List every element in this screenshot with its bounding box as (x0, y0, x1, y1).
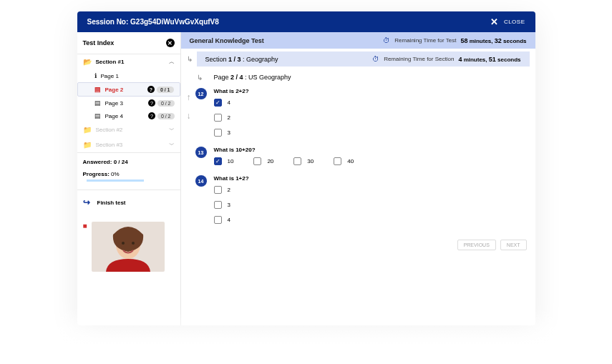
info-icon: ℹ (94, 72, 97, 79)
checkbox[interactable] (214, 129, 222, 137)
close-button[interactable]: CLOSE (504, 19, 525, 25)
test-timer-label: Remaining Time for Test (394, 37, 456, 44)
clock-icon: ⏱ (372, 55, 379, 63)
progress-bar (87, 179, 144, 182)
folder-icon: 📁 (83, 141, 92, 149)
option-label: 3 (228, 202, 230, 208)
test-timer-value: 58 minutes, 32 seconds (460, 37, 526, 44)
section-breadcrumb: Section 1 / 3 : Geography (205, 56, 278, 63)
question-title: What is 2+2? (214, 88, 527, 94)
svg-point-3 (132, 242, 135, 245)
checkbox[interactable] (214, 186, 222, 194)
section-row-2[interactable]: 📁 Section #2 ﹀ (77, 122, 180, 137)
page-row-4[interactable]: ▤ Page 4 ?0 / 2 (77, 109, 180, 122)
collapse-sidebar-icon[interactable]: ✕ (166, 39, 175, 47)
answer-option[interactable]: 40 (334, 157, 354, 165)
section-row-1[interactable]: 📂 Section #1 ︿ (77, 54, 180, 69)
answer-option[interactable]: 2 (214, 114, 527, 122)
question-block: 12What is 2+2?423 (195, 88, 527, 137)
question-block: 14What is 1+2?234 (195, 175, 527, 224)
option-label: 40 (347, 158, 354, 164)
checkbox[interactable] (293, 157, 301, 165)
progress-label: Progress: (83, 171, 110, 177)
option-label: 10 (228, 158, 234, 164)
indent-icon: ↳ (197, 74, 203, 82)
answer-option[interactable]: 20 (253, 157, 273, 165)
help-icon: ? (148, 99, 155, 107)
question-number: 14 (195, 175, 207, 187)
chevron-up-icon[interactable]: ︿ (169, 58, 175, 66)
finish-test-button[interactable]: ↪ Finish test (77, 190, 180, 215)
page-label: Page 1 (101, 73, 119, 79)
section-timer-value: 4 minutes, 51 seconds (458, 56, 520, 63)
document-icon: ▤ (94, 99, 101, 107)
answer-option[interactable]: 10 (214, 157, 234, 165)
checkbox[interactable] (214, 114, 222, 122)
checkbox[interactable] (214, 157, 222, 165)
checkbox[interactable] (214, 216, 222, 224)
answer-option[interactable]: 30 (293, 157, 314, 165)
page-row-1[interactable]: ℹ Page 1 (77, 69, 180, 82)
option-label: 4 (228, 217, 230, 223)
help-icon: ? (148, 112, 155, 119)
answer-option[interactable]: 2 (214, 186, 527, 194)
document-icon: ▤ (94, 112, 101, 119)
chevron-down-icon[interactable]: ﹀ (169, 126, 175, 134)
page-breadcrumb: Page 2 / 4 : US Geography (207, 71, 535, 84)
modal-header: Session No: G23g54DiWuVwGvXqufV8 ✕ CLOSE (77, 11, 535, 32)
question-title: What is 1+2? (214, 175, 527, 182)
option-label: 2 (228, 187, 230, 193)
section-row-3[interactable]: 📁 Section #3 ﹀ (77, 137, 180, 152)
main-panel: General Knowledge Test ⏱ Remaining Time … (181, 32, 535, 325)
session-number: Session No: G23g54DiWuVwGvXqufV8 (87, 18, 219, 26)
close-icon[interactable]: ✕ (490, 16, 498, 27)
page-label: Page 3 (105, 100, 123, 107)
recording-icon: ■ (83, 222, 87, 230)
sidebar-title: Test Index (83, 39, 115, 46)
answer-count: 0 / 2 (157, 113, 175, 119)
next-button[interactable]: NEXT (500, 240, 527, 250)
question-number: 12 (195, 88, 207, 99)
section-timer-label: Remaining Time for Section (384, 56, 454, 62)
answer-option[interactable]: 4 (214, 216, 527, 224)
help-icon: ? (147, 86, 155, 93)
finish-label: Finish test (97, 200, 126, 206)
checkbox[interactable] (253, 157, 261, 165)
answer-option[interactable]: 3 (214, 129, 527, 137)
checkbox[interactable] (214, 99, 222, 107)
folder-icon: 📁 (83, 126, 92, 134)
checkbox[interactable] (334, 157, 341, 165)
answer-count: 0 / 2 (157, 100, 175, 107)
sidebar: Test Index ✕ 📂 Section #1 ︿ ℹ Page 1 ▤ P… (77, 32, 181, 325)
question-number: 13 (195, 147, 207, 158)
clock-icon: ⏱ (383, 36, 390, 44)
option-label: 30 (307, 158, 314, 164)
answered-value: 0 / 24 (114, 159, 128, 165)
answer-option[interactable]: 3 (214, 201, 527, 209)
progress-value: 0% (111, 171, 120, 177)
question-title: What is 10+20? (214, 147, 527, 153)
answer-option[interactable]: 4 (214, 99, 527, 107)
answered-label: Answered: (83, 159, 112, 165)
section-label: Section #2 (96, 127, 123, 133)
option-label: 3 (228, 129, 230, 136)
webcam-preview (92, 222, 165, 272)
question-block: 13What is 10+20?10203040 (195, 147, 527, 165)
page-label: Page 2 (105, 87, 124, 93)
option-label: 4 (228, 99, 230, 106)
page-row-3[interactable]: ▤ Page 3 ?0 / 2 (77, 97, 180, 109)
checkbox[interactable] (214, 201, 222, 209)
section-label: Section #1 (96, 59, 125, 65)
page-row-2[interactable]: ▤ Page 2 ?0 / 1 (77, 82, 180, 97)
option-label: 20 (267, 158, 273, 164)
test-title: General Knowledge Test (190, 37, 264, 44)
logout-icon: ↪ (83, 197, 90, 207)
folder-open-icon: 📂 (83, 58, 92, 66)
answer-count: 0 / 1 (157, 87, 174, 93)
svg-point-2 (122, 242, 125, 245)
previous-button[interactable]: PREVIOUS (457, 240, 496, 250)
chevron-down-icon[interactable]: ﹀ (169, 141, 175, 149)
page-label: Page 4 (105, 113, 123, 119)
indent-icon: ↳ (187, 55, 193, 63)
option-label: 2 (228, 114, 230, 121)
